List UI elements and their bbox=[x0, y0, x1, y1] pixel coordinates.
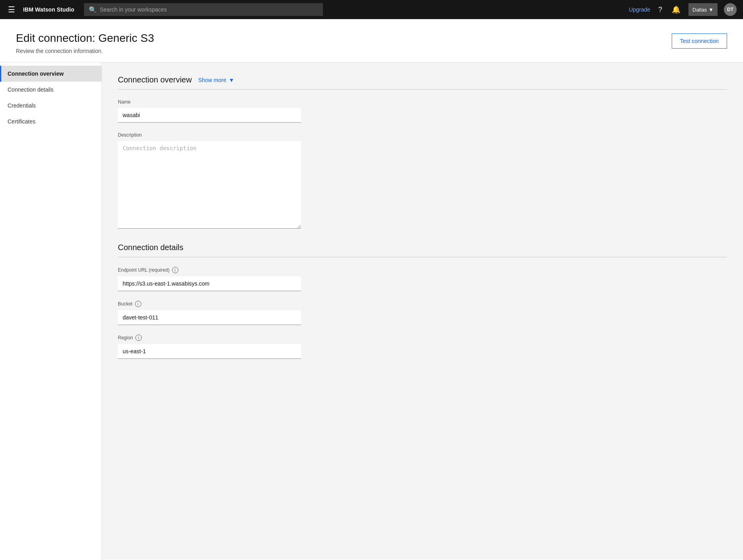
endpoint-field-group: Endpoint URL (required) i bbox=[118, 267, 727, 291]
region-info-icon[interactable]: i bbox=[135, 335, 142, 341]
endpoint-input[interactable] bbox=[118, 276, 301, 291]
bucket-field-group: Bucket i bbox=[118, 301, 727, 325]
endpoint-label: Endpoint URL (required) i bbox=[118, 267, 727, 273]
name-field-group: Name bbox=[118, 99, 727, 123]
search-input[interactable] bbox=[100, 6, 318, 13]
bucket-input[interactable] bbox=[118, 310, 301, 325]
sidebar-item-connection-details[interactable]: Connection details bbox=[0, 82, 102, 98]
show-more-button[interactable]: Show more ▼ bbox=[198, 77, 235, 83]
section-header-overview: Connection overview Show more ▼ bbox=[118, 75, 727, 90]
region-field-group: Region i bbox=[118, 335, 727, 359]
section-title-details: Connection details bbox=[118, 243, 184, 252]
sidebar-item-credentials[interactable]: Credentials bbox=[0, 98, 102, 114]
search-icon: 🔍 bbox=[89, 6, 97, 14]
section-header-details: Connection details bbox=[118, 243, 727, 257]
bucket-info-icon[interactable]: i bbox=[135, 301, 141, 307]
name-label: Name bbox=[118, 99, 727, 105]
app-brand: IBM Watson Studio bbox=[23, 6, 74, 13]
description-field-group: Description bbox=[118, 132, 727, 230]
connection-details-section: Connection details Endpoint URL (require… bbox=[118, 243, 727, 359]
page-header-text: Edit connection: Generic S3 Review the c… bbox=[16, 32, 154, 54]
page-title: Edit connection: Generic S3 bbox=[16, 32, 154, 45]
top-navigation: ☰ IBM Watson Studio 🔍 Upgrade ? 🔔 Dallas… bbox=[0, 0, 743, 19]
help-icon[interactable]: ? bbox=[657, 4, 664, 16]
region-label: Region i bbox=[118, 335, 727, 341]
endpoint-info-icon[interactable]: i bbox=[172, 267, 178, 273]
page-header: Edit connection: Generic S3 Review the c… bbox=[0, 19, 743, 63]
avatar[interactable]: DT bbox=[724, 3, 737, 16]
connection-overview-section: Connection overview Show more ▼ Name Des… bbox=[118, 75, 727, 230]
main-content: Connection overview Show more ▼ Name Des… bbox=[102, 63, 743, 560]
region-selector[interactable]: Dallas ▼ bbox=[688, 3, 718, 16]
search-bar[interactable]: 🔍 bbox=[84, 3, 323, 16]
notification-icon[interactable]: 🔔 bbox=[670, 4, 682, 16]
name-input[interactable] bbox=[118, 108, 301, 123]
chevron-down-icon: ▼ bbox=[708, 7, 714, 13]
bucket-label: Bucket i bbox=[118, 301, 727, 307]
region-label: Dallas bbox=[692, 7, 707, 13]
test-connection-button[interactable]: Test connection bbox=[672, 33, 727, 49]
sidebar-item-connection-overview[interactable]: Connection overview bbox=[0, 66, 102, 82]
sidebar-nav: Connection overview Connection details C… bbox=[0, 63, 102, 560]
upgrade-link[interactable]: Upgrade bbox=[629, 6, 650, 13]
section-title-overview: Connection overview bbox=[118, 75, 192, 84]
page-container: Edit connection: Generic S3 Review the c… bbox=[0, 19, 743, 560]
chevron-down-icon: ▼ bbox=[229, 77, 234, 83]
region-input[interactable] bbox=[118, 344, 301, 359]
description-textarea[interactable] bbox=[118, 141, 301, 229]
page-subtitle: Review the connection information. bbox=[16, 48, 154, 54]
hamburger-menu-icon[interactable]: ☰ bbox=[6, 3, 17, 16]
content-layout: Connection overview Connection details C… bbox=[0, 63, 743, 560]
sidebar-item-certificates[interactable]: Certificates bbox=[0, 114, 102, 129]
description-label: Description bbox=[118, 132, 727, 138]
